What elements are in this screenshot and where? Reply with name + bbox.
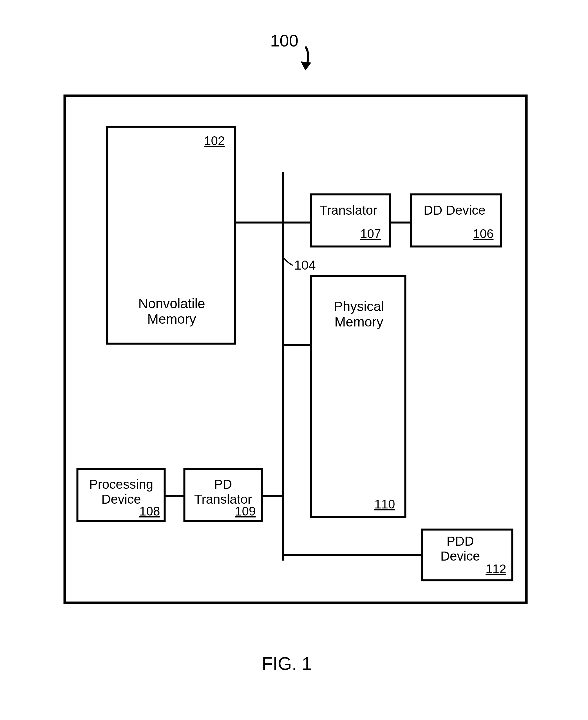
figure-svg [0, 0, 588, 720]
svg-marker-0 [301, 61, 311, 71]
pdd-label: PDD Device [438, 534, 483, 564]
pdd-ref: 112 [486, 562, 506, 576]
pm-ref: 110 [374, 497, 395, 512]
dd-ref: 106 [473, 227, 493, 241]
diagram-canvas: 100 [0, 0, 588, 720]
pm-label: Physical Memory [332, 299, 385, 329]
nvm-ref: 102 [204, 134, 225, 148]
figure-caption: FIG. 1 [262, 654, 312, 674]
dd-label: DD Device [424, 203, 486, 218]
translator-ref: 107 [360, 227, 381, 241]
bus-ref: 104 [294, 258, 316, 273]
proc-ref: 108 [139, 504, 160, 519]
figure-top-ref: 100 [270, 31, 298, 51]
svg-rect-1 [65, 96, 526, 603]
translator-label: Translator [319, 203, 377, 218]
nvm-label: Nonvolatile Memory [135, 296, 208, 327]
proc-label: Processing Device [88, 477, 154, 507]
pdt-ref: 109 [235, 504, 256, 519]
pdt-label: PD Translator [193, 477, 253, 507]
